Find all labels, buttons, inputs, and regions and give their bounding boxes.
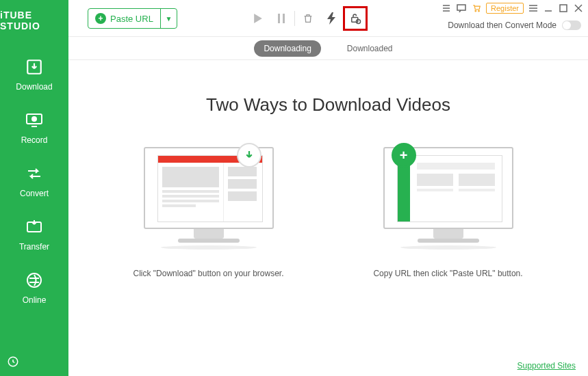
close-icon[interactable] <box>573 3 584 14</box>
nav-label: Convert <box>0 189 68 198</box>
nav-label: Record <box>0 135 68 145</box>
transfer-icon <box>25 217 44 237</box>
monitor-illustration: + <box>383 147 513 250</box>
download-icon <box>25 57 44 77</box>
content: Two Ways to Download Videos <box>68 60 588 376</box>
ways-row: Click "Download" button on your browser. <box>127 147 531 280</box>
supported-sites-link[interactable]: Supported Sites <box>517 361 576 371</box>
svg-point-2 <box>32 117 36 121</box>
online-icon <box>25 271 44 290</box>
headline: Two Ways to Download Videos <box>206 94 450 116</box>
convert-mode-toggle[interactable] <box>562 21 581 30</box>
play-icon[interactable] <box>246 8 270 29</box>
monitor-illustration <box>144 147 274 250</box>
main-area: + Paste URL ▼ <box>68 0 588 376</box>
svg-rect-7 <box>278 14 280 23</box>
way2-caption: Copy URL then click "Paste URL" button. <box>373 267 522 280</box>
convert-icon <box>25 164 44 183</box>
convert-mode-label: Download then Convert Mode <box>448 21 557 30</box>
nav-convert[interactable]: Convert <box>0 152 68 205</box>
menu-icon[interactable] <box>528 3 539 14</box>
register-button[interactable]: Register <box>486 3 524 14</box>
nav-online[interactable]: Online <box>0 258 68 312</box>
svg-point-16 <box>478 10 480 12</box>
svg-rect-14 <box>457 5 465 10</box>
download-badge-icon <box>237 143 261 167</box>
plus-badge-icon: + <box>392 143 416 167</box>
plus-icon: + <box>95 13 106 24</box>
topbar: + Paste URL ▼ <box>68 0 588 37</box>
minimize-icon[interactable] <box>543 3 554 14</box>
list-icon[interactable] <box>441 3 452 14</box>
pause-icon[interactable] <box>270 8 293 29</box>
nav-label: Transfer <box>0 242 68 252</box>
trash-icon[interactable] <box>296 8 320 29</box>
convert-mode-row: Download then Convert Mode <box>448 21 581 30</box>
way-paste: + Copy URL then click "Paste URL" button… <box>366 147 531 280</box>
sidebar: iTUBE STUDIO Download Record Convert Tra… <box>0 0 68 376</box>
cart-icon[interactable] <box>471 3 482 14</box>
way1-caption: Click "Download" button on your browser. <box>133 267 284 280</box>
paste-url-label: Paste URL <box>110 14 153 24</box>
nav-label: Online <box>0 295 68 305</box>
paste-url-dropdown[interactable]: ▼ <box>160 9 177 28</box>
nav-transfer[interactable]: Transfer <box>0 205 68 258</box>
nav-record[interactable]: Record <box>0 98 68 152</box>
nav-label: Download <box>0 82 68 92</box>
separator <box>294 11 295 26</box>
way-browser: Click "Download" button on your browser. <box>127 147 291 280</box>
lock-settings-icon[interactable] <box>343 6 368 31</box>
clock-icon[interactable] <box>7 355 19 368</box>
app-logo: iTUBE STUDIO <box>0 0 68 45</box>
svg-point-15 <box>475 10 476 12</box>
tabs: Downloading Downloaded <box>68 37 588 60</box>
maximize-icon[interactable] <box>558 3 569 14</box>
bolt-icon[interactable] <box>320 8 343 29</box>
svg-rect-21 <box>560 5 567 12</box>
record-icon <box>25 111 44 130</box>
paste-url-button[interactable]: + Paste URL ▼ <box>88 8 177 29</box>
paste-url-main[interactable]: + Paste URL <box>88 9 160 28</box>
tab-downloaded[interactable]: Downloaded <box>337 40 402 57</box>
svg-rect-8 <box>283 14 285 23</box>
nav-download[interactable]: Download <box>0 45 68 98</box>
feedback-icon[interactable] <box>456 3 467 14</box>
window-controls: Register <box>441 3 584 14</box>
tab-downloading[interactable]: Downloading <box>254 40 320 57</box>
toolbar-icons <box>246 8 368 29</box>
